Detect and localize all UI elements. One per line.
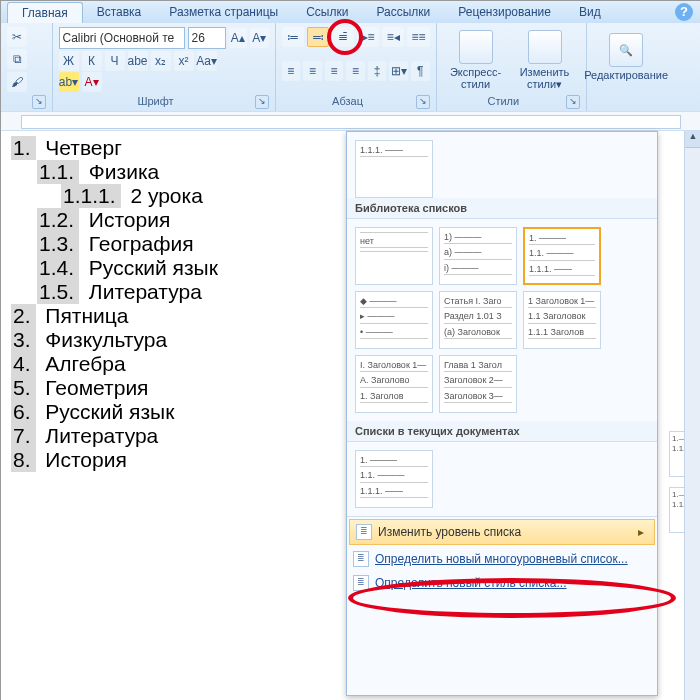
dialog-launcher-icon[interactable]: ↘ (255, 95, 269, 109)
list-item[interactable]: 5. Геометрия (11, 376, 346, 400)
font-color-button[interactable]: A▾ (82, 72, 102, 92)
shading-button[interactable]: ⊞▾ (389, 61, 408, 81)
increase-indent-button[interactable]: ≡◂ (382, 27, 404, 47)
group-styles: Экспресс-стили Изменить стили▾ Стили↘ (437, 23, 588, 111)
list-item[interactable]: 1. Четверг (11, 136, 346, 160)
list-item[interactable]: 1.3. География (37, 232, 346, 256)
list-item[interactable]: 1.1. Физика (37, 160, 346, 184)
highlight-button[interactable]: ab▾ (59, 72, 79, 92)
list-style-thumb[interactable]: Статья I. ЗагоРаздел 1.01 З(a) Заголовок (439, 291, 517, 349)
list-number: 8. (11, 448, 36, 472)
show-marks-button[interactable]: ¶ (411, 61, 430, 81)
menu-define-list-style[interactable]: ≣Определить новый стиль списка... (347, 571, 657, 595)
list-number: 1.4. (37, 256, 79, 280)
list-number: 1.1.1. (61, 184, 121, 208)
list-text: Русский язык (40, 400, 175, 423)
list-item[interactable]: 1.4. Русский язык (37, 256, 346, 280)
decrease-indent-button[interactable]: ▸≡ (357, 27, 379, 47)
list-item[interactable]: 6. Русский язык (11, 400, 346, 424)
list-text: Алгебра (40, 352, 126, 375)
bold-button[interactable]: Ж (59, 51, 79, 71)
dialog-launcher-icon[interactable]: ↘ (416, 95, 430, 109)
list-item[interactable]: 2. Пятница (11, 304, 346, 328)
tab-mailings[interactable]: Рассылки (362, 2, 444, 22)
list-text: Русский язык (83, 256, 218, 279)
grow-font-icon[interactable]: A▴ (229, 28, 248, 48)
list-number: 4. (11, 352, 36, 376)
group-title-clipboard: ↘ (7, 94, 46, 109)
ribbon-body: ✂ ⧉ 🖌 ↘ A▴ A▾ Ж К Ч abe x₂ x² Aa▾ ab▾ A▾… (1, 23, 700, 112)
format-painter-icon[interactable]: 🖌 (7, 72, 27, 92)
change-styles-button[interactable]: Изменить стили▾ (512, 27, 578, 93)
tab-view[interactable]: Вид (565, 2, 615, 22)
list-item[interactable]: 7. Литература (11, 424, 346, 448)
multilevel-list-button[interactable]: ≡̄ (332, 27, 354, 47)
list-number: 1.1. (37, 160, 79, 184)
list-text: Физкультура (40, 328, 168, 351)
font-size-select[interactable] (188, 27, 226, 49)
list-item[interactable]: 3. Физкультура (11, 328, 346, 352)
list-style-thumb[interactable]: 1) ———a) ———i) ——— (439, 227, 517, 285)
list-style-thumb[interactable]: 1 Заголовок 1—1.1 Заголовок1.1.1 Заголов (523, 291, 601, 349)
list-style-thumb[interactable]: Глава 1 ЗаголЗаголовок 2—Заголовок 3— (439, 355, 517, 413)
list-style-thumb[interactable]: нет (355, 227, 433, 285)
tab-layout[interactable]: Разметка страницы (155, 2, 292, 22)
vertical-scrollbar[interactable]: ▲ (684, 131, 700, 700)
list-item[interactable]: 1.2. История (37, 208, 346, 232)
list-number: 1.2. (37, 208, 79, 232)
list-text: Литература (83, 280, 202, 303)
list-style-thumb[interactable]: ◆ ———▸ ———• ——— (355, 291, 433, 349)
menu-change-list-level[interactable]: ≣Изменить уровень списка (349, 519, 655, 545)
current-list-thumb[interactable]: 1.1.1. —— (355, 140, 433, 198)
menu-define-multilevel-list[interactable]: ≣Определить новый многоуровневый список.… (347, 547, 657, 571)
help-icon[interactable]: ? (675, 3, 693, 21)
group-title-paragraph: Абзац↘ (282, 94, 430, 109)
justify-button[interactable]: ≡ (346, 61, 365, 81)
quick-styles-button[interactable]: Экспресс-стили (443, 27, 509, 93)
document-body[interactable]: 1. Четверг1.1. Физика1.1.1. 2 урока1.2. … (11, 136, 346, 696)
list-style-thumb[interactable]: 1. ———1.1. ———1.1.1. —— (523, 227, 601, 285)
numbering-button[interactable]: ≕ (307, 27, 329, 47)
list-style-icon: ≣ (353, 575, 369, 591)
shrink-font-icon[interactable]: A▾ (250, 28, 269, 48)
list-text: История (40, 448, 127, 471)
multilevel-list-gallery: 1.1.1. —— Библиотека списков нет1) ———a)… (346, 131, 658, 696)
align-left-button[interactable]: ≡ (282, 61, 301, 81)
list-item[interactable]: 8. История (11, 448, 346, 472)
group-title-styles: Стили↘ (443, 94, 581, 109)
copy-icon[interactable]: ⧉ (7, 49, 27, 69)
align-center-button[interactable]: ≡ (303, 61, 322, 81)
list-style-thumb[interactable]: 1. ———1.1. ———1.1.1. —— (355, 450, 433, 508)
list-item[interactable]: 1.5. Литература (37, 280, 346, 304)
underline-button[interactable]: Ч (105, 51, 125, 71)
list-number: 6. (11, 400, 36, 424)
change-case-button[interactable]: Aa▾ (197, 51, 217, 71)
dialog-launcher-icon[interactable]: ↘ (32, 95, 46, 109)
font-name-select[interactable] (59, 27, 185, 49)
subscript-button[interactable]: x₂ (151, 51, 171, 71)
gallery-heading-library: Библиотека списков (347, 198, 657, 219)
list-library-grid: нет1) ———a) ———i) ———1. ———1.1. ———1.1.1… (347, 219, 657, 421)
tab-insert[interactable]: Вставка (83, 2, 156, 22)
list-style-thumb[interactable]: I. Заголовок 1—A. Заголово1. Заголов (355, 355, 433, 413)
cut-icon[interactable]: ✂ (7, 27, 27, 47)
list-number: 7. (11, 424, 36, 448)
ruler[interactable] (1, 111, 700, 131)
find-button[interactable]: 🔍Редактирование (593, 24, 659, 90)
list-define-icon: ≣ (353, 551, 369, 567)
ribbon-tabs: Главная Вставка Разметка страницы Ссылки… (1, 1, 700, 24)
strike-button[interactable]: abe (128, 51, 148, 71)
tab-home[interactable]: Главная (7, 2, 83, 24)
dialog-launcher-icon[interactable]: ↘ (566, 95, 580, 109)
tab-references[interactable]: Ссылки (292, 2, 362, 22)
tab-review[interactable]: Рецензирование (444, 2, 565, 22)
superscript-button[interactable]: x² (174, 51, 194, 71)
align-right-button[interactable]: ≡ (325, 61, 344, 81)
list-text: Физика (83, 160, 159, 183)
bullets-button[interactable]: ≔ (282, 27, 304, 47)
list-item[interactable]: 4. Алгебра (11, 352, 346, 376)
list-item[interactable]: 1.1.1. 2 урока (61, 184, 346, 208)
line-spacing-button[interactable]: ‡ (368, 61, 387, 81)
italic-button[interactable]: К (82, 51, 102, 71)
sort-button[interactable]: ≡≡ (407, 27, 429, 47)
